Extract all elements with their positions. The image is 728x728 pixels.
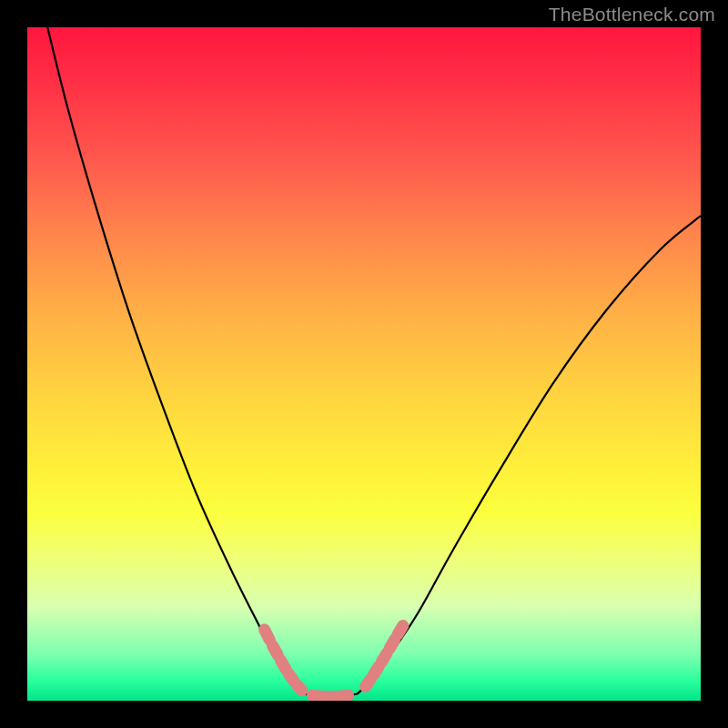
highlight-dash bbox=[381, 653, 387, 662]
curve-curve-left bbox=[47, 27, 303, 694]
highlight-dash bbox=[389, 640, 395, 649]
highlight-dash bbox=[265, 630, 270, 640]
highlight-dash bbox=[339, 695, 348, 696]
highlight-dash bbox=[280, 660, 286, 669]
highlight-dash bbox=[297, 684, 302, 690]
highlight-dash bbox=[373, 667, 379, 675]
chart-svg bbox=[27, 27, 701, 701]
highlight-dash bbox=[288, 673, 294, 681]
curve-curve-right bbox=[358, 216, 701, 693]
highlight-dash bbox=[272, 645, 278, 654]
highlight-dash bbox=[312, 695, 320, 696]
watermark-text: TheBottleneck.com bbox=[549, 4, 715, 25]
chart-frame: TheBottleneck.com bbox=[0, 0, 728, 728]
highlight-dash bbox=[366, 679, 371, 686]
highlight-dash bbox=[398, 626, 403, 634]
plot-area bbox=[27, 27, 701, 701]
